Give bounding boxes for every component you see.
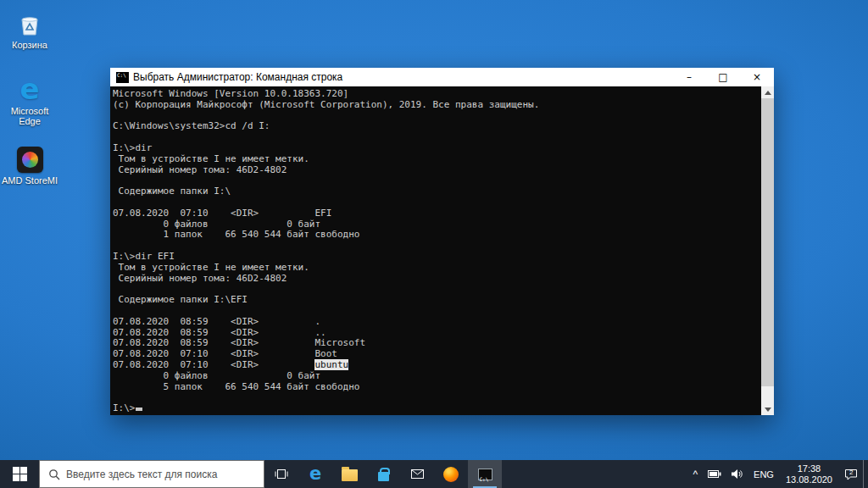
terminal-line: Microsoft Windows [Version 10.0.18363.72… — [113, 89, 761, 100]
minimize-button[interactable]: – — [672, 68, 706, 86]
terminal-line: 07.08.2020 07:10 <DIR> EFI — [113, 208, 761, 219]
battery-icon — [708, 470, 721, 478]
clock-time: 17:38 — [798, 463, 821, 474]
cmd-icon-glyph: C:\ — [479, 476, 489, 482]
taskbar-browser-button[interactable] — [434, 460, 468, 488]
desktop-icon-label: Microsoft Edge — [2, 106, 58, 126]
scrollbar[interactable] — [761, 86, 774, 415]
taskbar-icons: e C:\ — [264, 460, 502, 488]
terminal-cursor — [136, 408, 142, 411]
close-button[interactable]: × — [740, 68, 774, 86]
terminal-line: 07.08.2020 08:59 <DIR> . — [113, 317, 761, 328]
terminal-line: 07.08.2020 07:10 <DIR> ubuntu — [113, 360, 761, 371]
terminal-line: I:\> — [113, 403, 761, 414]
window-title: Выбрать Администратор: Командная строка — [133, 71, 672, 83]
terminal-line: 0 файлов 0 байт — [113, 371, 761, 382]
battery-button[interactable] — [703, 460, 726, 488]
terminal-line: Серийный номер тома: 46D2-4802 — [113, 274, 761, 285]
scroll-up-arrow-icon[interactable] — [761, 86, 774, 98]
start-button[interactable] — [0, 460, 39, 488]
terminal-line — [113, 197, 761, 208]
task-view-button[interactable] — [264, 460, 298, 488]
notification-badge: 2 — [849, 469, 853, 476]
desktop-icon-microsoft-edge[interactable]: e Microsoft Edge — [2, 73, 58, 126]
maximize-button[interactable]: □ — [706, 68, 740, 86]
terminal-line — [113, 241, 761, 252]
desktop: Корзина e Microsoft Edge AMD StoreMI C:\… — [0, 0, 868, 488]
terminal-line: C:\Windows\system32>cd /d I: — [113, 121, 761, 132]
taskbar-file-explorer-button[interactable] — [332, 460, 366, 488]
selected-text: ubuntu — [314, 359, 348, 370]
volume-button[interactable] — [726, 460, 748, 488]
mail-icon — [411, 469, 424, 479]
taskbar-store-button[interactable] — [366, 460, 400, 488]
windows-logo-icon — [13, 467, 27, 481]
cmd-titlebar[interactable]: C:\ Выбрать Администратор: Командная стр… — [110, 68, 774, 86]
taskbar-edge-button[interactable]: e — [298, 460, 332, 488]
terminal-line: Том в устройстве I не имеет метки. — [113, 154, 761, 165]
system-tray: ^ ENG 17:38 13.08.2020 — [687, 460, 868, 488]
cmd-window: C:\ Выбрать Администратор: Командная стр… — [110, 68, 774, 415]
terminal-line: Содержимое папки I:\ — [113, 186, 761, 197]
recycle-bin-icon — [2, 7, 58, 37]
clock[interactable]: 17:38 13.08.2020 — [779, 460, 839, 488]
speaker-icon — [732, 469, 743, 479]
folder-icon — [342, 469, 358, 481]
cmd-icon: C:\ — [478, 469, 492, 480]
edge-glyph: e — [19, 75, 39, 103]
search-input[interactable] — [66, 469, 264, 480]
hidden-icons-chevron[interactable]: ^ — [687, 460, 703, 488]
terminal-line: Серийный номер тома: 46D2-4802 — [113, 165, 761, 176]
language-indicator[interactable]: ENG — [748, 460, 779, 488]
terminal-line — [113, 132, 761, 143]
terminal-line: Содержимое папки I:\EFI — [113, 295, 761, 306]
desktop-icon-label: Корзина — [2, 40, 58, 50]
desktop-icon-label: AMD StoreMI — [2, 175, 58, 186]
edge-icon: e — [2, 73, 58, 103]
terminal-line: 5 папок 66 540 544 байт свободно — [113, 382, 761, 393]
terminal-line — [113, 392, 761, 403]
terminal-output[interactable]: Microsoft Windows [Version 10.0.18363.72… — [110, 86, 761, 415]
cmd-icon: C:\ — [116, 72, 129, 83]
desktop-icon-recycle-bin[interactable]: Корзина — [2, 7, 58, 50]
terminal-line — [113, 306, 761, 317]
show-desktop-button[interactable] — [863, 460, 868, 488]
taskbar-search[interactable] — [39, 460, 264, 488]
terminal-line: Том в устройстве I не имеет метки. — [113, 263, 761, 274]
search-icon — [48, 469, 60, 480]
amd-storemi-icon — [2, 142, 58, 173]
browser-icon — [443, 467, 459, 482]
scrollbar-thumb[interactable] — [761, 98, 774, 386]
taskbar: e C:\ ^ — [0, 460, 868, 488]
action-center-button[interactable]: 2 — [839, 460, 863, 488]
desktop-icon-amd-storemi[interactable]: AMD StoreMI — [2, 142, 58, 186]
taskbar-mail-button[interactable] — [400, 460, 434, 488]
taskbar-cmd-button[interactable]: C:\ — [468, 460, 502, 488]
edge-icon: e — [309, 465, 321, 483]
store-bag-icon — [378, 472, 389, 481]
cmd-icon-glyph: C:\ — [116, 72, 126, 83]
scroll-down-arrow-icon[interactable] — [761, 403, 774, 415]
task-view-icon — [275, 469, 288, 480]
terminal-line: 1 папок 66 540 544 байт свободно — [113, 230, 761, 241]
clock-date: 13.08.2020 — [786, 474, 832, 485]
terminal-line: (c) Корпорация Майкрософт (Microsoft Cor… — [113, 100, 761, 111]
terminal-line: I:\>dir EFI — [113, 252, 761, 263]
terminal-line: I:\>dir — [113, 143, 761, 154]
